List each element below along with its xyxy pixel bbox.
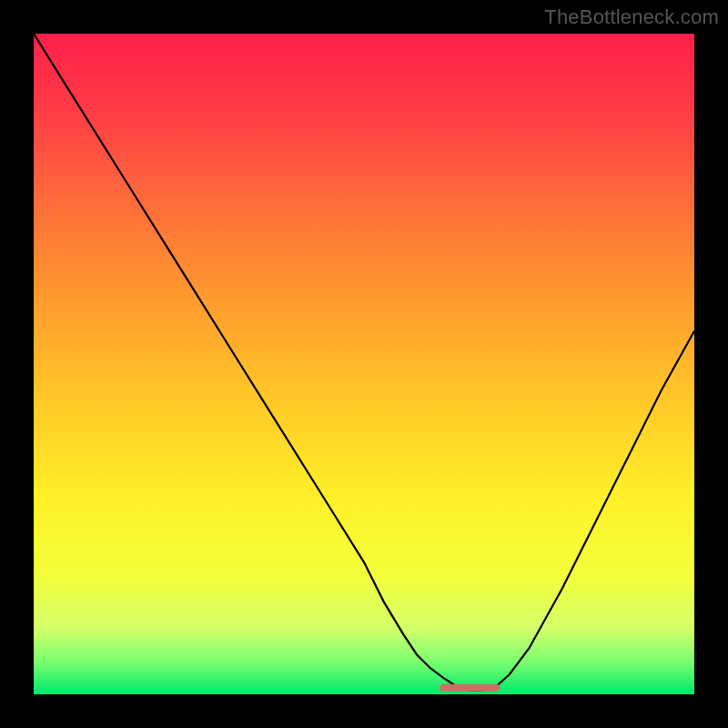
curve-overlay [34,34,694,694]
bottleneck-curve-path [34,34,694,691]
chart-frame: TheBottleneck.com [0,0,728,728]
watermark-text: TheBottleneck.com [544,5,719,29]
plot-area [34,34,694,694]
